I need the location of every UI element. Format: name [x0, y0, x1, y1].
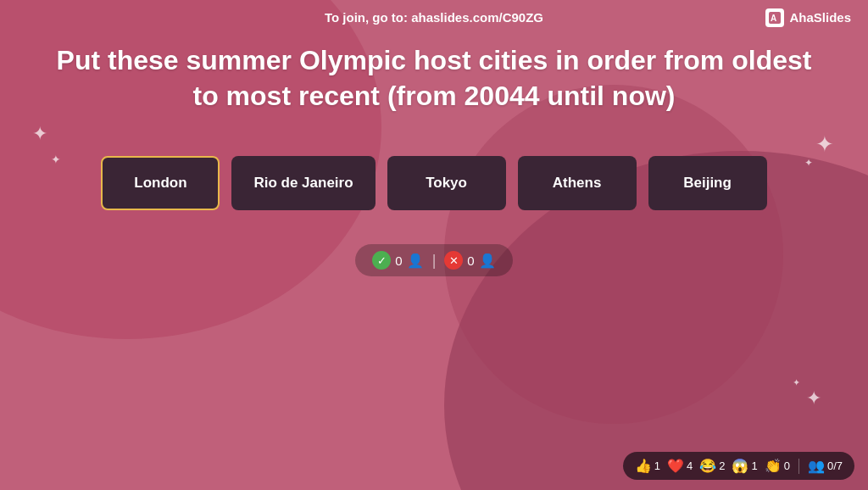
top-bar: To join, go to: ahaslides.com/C90ZG A Ah…	[0, 0, 868, 35]
stats-bar: ✓ 0 👤 | ✕ 0 👤	[355, 244, 512, 276]
city-card-tokyo[interactable]: Tokyo	[387, 156, 506, 210]
question-section: Put these summer Olympic host cities in …	[0, 35, 868, 131]
logo: A AhaSlides	[765, 8, 851, 27]
city-card-athens[interactable]: Athens	[518, 156, 637, 210]
question-title: Put these summer Olympic host cities in …	[51, 43, 817, 114]
wrong-icon: ✕	[444, 251, 463, 270]
join-url: ahaslides.com/C90ZG	[411, 10, 543, 25]
logo-icon: A	[765, 8, 784, 27]
person-icon-correct: 👤	[407, 253, 424, 269]
join-info: To join, go to: ahaslides.com/C90ZG	[325, 10, 543, 25]
person-icon-wrong: 👤	[479, 253, 496, 269]
svg-text:A: A	[771, 14, 776, 23]
wrong-count: 0	[467, 253, 474, 268]
logo-text: AhaSlides	[789, 10, 851, 25]
cities-row: London Rio de Janeiro Tokyo Athens Beiji…	[101, 156, 766, 210]
city-card-rio[interactable]: Rio de Janeiro	[231, 156, 375, 210]
correct-count: 0	[395, 253, 402, 268]
city-card-beijing[interactable]: Beijing	[648, 156, 767, 210]
page-content: To join, go to: ahaslides.com/C90ZG A Ah…	[0, 0, 868, 490]
join-prefix: To join, go to:	[325, 10, 411, 25]
stat-divider: |	[432, 252, 437, 270]
wrong-stat: ✕ 0 👤	[444, 251, 495, 270]
correct-stat: ✓ 0 👤	[372, 251, 423, 270]
correct-icon: ✓	[372, 251, 391, 270]
city-card-london[interactable]: London	[101, 156, 220, 210]
